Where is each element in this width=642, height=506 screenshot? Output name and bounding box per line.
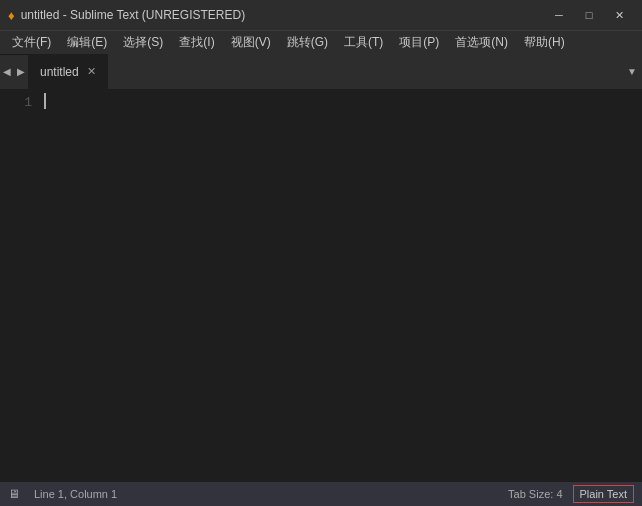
active-tab[interactable]: untitled ✕ (28, 54, 108, 89)
cursor-line (44, 93, 46, 109)
menu-item-n[interactable]: 首选项(N) (447, 32, 516, 53)
menu-item-t[interactable]: 工具(T) (336, 32, 391, 53)
menu-item-g[interactable]: 跳转(G) (279, 32, 336, 53)
menu-item-p[interactable]: 项目(P) (391, 32, 447, 53)
tab-spacer (108, 54, 622, 89)
text-cursor (44, 93, 46, 109)
app-icon: ♦ (8, 8, 15, 23)
editor-area[interactable]: 1 (0, 89, 642, 482)
tab-bar: ◀ ▶ untitled ✕ ▼ (0, 54, 642, 89)
tab-size[interactable]: Tab Size: 4 (498, 488, 572, 500)
menu-item-e[interactable]: 编辑(E) (59, 32, 115, 53)
title-left: ♦ untitled - Sublime Text (UNREGISTERED) (8, 8, 245, 23)
monitor-icon: 🖥 (8, 488, 24, 500)
close-button[interactable]: ✕ (604, 0, 634, 30)
menu-bar: 文件(F)编辑(E)选择(S)查找(I)视图(V)跳转(G)工具(T)项目(P)… (0, 30, 642, 54)
menu-item-f[interactable]: 文件(F) (4, 32, 59, 53)
status-right: Tab Size: 4 Plain Text (498, 485, 634, 503)
line-numbers: 1 (0, 89, 40, 482)
menu-item-h[interactable]: 帮助(H) (516, 32, 573, 53)
tab-title: untitled (40, 65, 79, 79)
tab-dropdown-button[interactable]: ▼ (622, 54, 642, 89)
line-number-1: 1 (0, 93, 32, 113)
title-bar: ♦ untitled - Sublime Text (UNREGISTERED)… (0, 0, 642, 30)
menu-item-i[interactable]: 查找(I) (171, 32, 222, 53)
menu-item-v[interactable]: 视图(V) (223, 32, 279, 53)
tab-nav-right[interactable]: ▶ (14, 54, 28, 89)
editor-content[interactable] (40, 89, 642, 482)
menu-item-s[interactable]: 选择(S) (115, 32, 171, 53)
tab-close-button[interactable]: ✕ (87, 66, 96, 77)
title-text: untitled - Sublime Text (UNREGISTERED) (21, 8, 246, 22)
status-bar: 🖥 Line 1, Column 1 Tab Size: 4 Plain Tex… (0, 482, 642, 506)
minimize-button[interactable]: ─ (544, 0, 574, 30)
syntax-button[interactable]: Plain Text (573, 485, 635, 503)
window-controls: ─ □ ✕ (544, 0, 634, 30)
status-left: 🖥 Line 1, Column 1 (8, 488, 117, 500)
maximize-button[interactable]: □ (574, 0, 604, 30)
status-position: Line 1, Column 1 (34, 488, 117, 500)
tab-nav-left[interactable]: ◀ (0, 54, 14, 89)
